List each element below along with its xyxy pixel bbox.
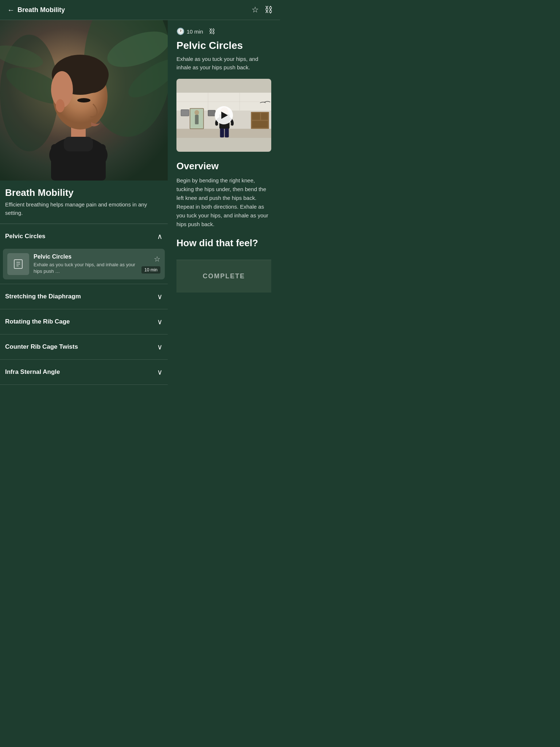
- accordion-section-pelvic-circles: Pelvic Circles ∧: [0, 224, 168, 284]
- accordion-section-title-4: Infra Sternal Angle: [5, 368, 60, 376]
- play-button[interactable]: [215, 106, 233, 124]
- svg-rect-29: [208, 110, 215, 116]
- duration-meta: 🕐 10 min: [176, 27, 203, 35]
- accordion-header-counter[interactable]: Counter Rib Cage Twists ∨: [0, 334, 168, 359]
- feel-title: How did that feel?: [176, 237, 271, 249]
- link-meta[interactable]: ⛓: [209, 28, 215, 35]
- duration-text: 10 min: [187, 28, 203, 35]
- chevron-down-icon-1: ∨: [157, 292, 163, 301]
- header-icons: ☆ ⛓: [252, 5, 273, 15]
- chevron-down-icon-4: ∨: [157, 368, 163, 376]
- complete-button[interactable]: COMPLETE: [185, 267, 262, 285]
- svg-point-12: [77, 98, 90, 102]
- accordion-section-title-3: Counter Rib Cage Twists: [5, 343, 78, 351]
- accordion-section-title-1: Stretching the Diaphragm: [5, 293, 81, 300]
- share-link-button[interactable]: ⛓: [265, 5, 273, 15]
- overview-text: Begin by bending the right knee, tucking…: [176, 176, 271, 229]
- exercise-star-button[interactable]: ☆: [154, 255, 160, 263]
- svg-point-10: [75, 64, 108, 93]
- bookmark-button[interactable]: ☆: [252, 5, 259, 15]
- accordion-header-infra[interactable]: Infra Sternal Angle ∨: [0, 360, 168, 384]
- duration-badge: 10 min: [141, 266, 160, 274]
- right-panel: 🕐 10 min ⛓ Pelvic Circles Exhale as you …: [168, 20, 280, 385]
- chevron-up-icon-0: ∧: [157, 232, 163, 241]
- svg-rect-33: [252, 121, 268, 128]
- header-title: Breath Mobility: [18, 6, 65, 14]
- exercise-desc: Exhale as you tuck your hips, and inhale…: [34, 262, 137, 275]
- svg-rect-37: [225, 128, 229, 138]
- exercise-card-pelvic-circles[interactable]: Pelvic Circles Exhale as you tuck your h…: [3, 249, 165, 279]
- clock-icon: 🕐: [176, 27, 184, 35]
- svg-rect-32: [261, 113, 268, 120]
- bookmark-icon: ☆: [252, 5, 259, 14]
- header-left: ← Breath Mobility: [7, 6, 65, 14]
- accordion: Pelvic Circles ∧: [0, 224, 168, 385]
- exercise-name: Pelvic Circles: [34, 253, 137, 260]
- play-icon: [221, 112, 228, 119]
- accordion-section-rotating: Rotating the Rib Cage ∨: [0, 309, 168, 334]
- accordion-header-stretching[interactable]: Stretching the Diaphragm ∨: [0, 284, 168, 309]
- back-icon: ←: [7, 6, 15, 14]
- chevron-down-icon-3: ∨: [157, 342, 163, 351]
- accordion-content-pelvic-circles: Pelvic Circles Exhale as you tuck your h…: [0, 249, 168, 284]
- exercise-book-icon: [7, 253, 29, 275]
- chevron-down-icon-2: ∨: [157, 317, 163, 326]
- chain-icon: ⛓: [209, 28, 215, 35]
- svg-point-13: [56, 99, 65, 112]
- accordion-header-pelvic-circles[interactable]: Pelvic Circles ∧: [0, 224, 168, 249]
- svg-rect-16: [64, 137, 93, 151]
- svg-rect-28: [181, 110, 189, 116]
- svg-point-39: [195, 110, 199, 115]
- hero-image: [0, 20, 168, 181]
- accordion-header-rotating[interactable]: Rotating the Rib Cage ∨: [0, 309, 168, 334]
- accordion-section-counter: Counter Rib Cage Twists ∨: [0, 334, 168, 360]
- meta-row: 🕐 10 min ⛓: [176, 27, 271, 35]
- overview-title: Overview: [176, 160, 271, 172]
- accordion-section-title-0: Pelvic Circles: [5, 233, 46, 240]
- accordion-section-title-2: Rotating the Rib Cage: [5, 318, 70, 325]
- svg-rect-31: [252, 113, 260, 120]
- complete-area: COMPLETE: [176, 260, 271, 293]
- program-description: Efficient breathing helps manage pain an…: [0, 201, 168, 224]
- link-icon: ⛓: [265, 5, 273, 14]
- exercise-info: Pelvic Circles Exhale as you tuck your h…: [34, 253, 137, 275]
- left-panel: Breath Mobility Efficient breathing help…: [0, 20, 168, 385]
- exercise-meta: ☆ 10 min: [141, 255, 160, 274]
- header: ← Breath Mobility ☆ ⛓: [0, 0, 280, 20]
- main-layout: Breath Mobility Efficient breathing help…: [0, 20, 280, 385]
- accordion-section-infra: Infra Sternal Angle ∨: [0, 360, 168, 385]
- exercise-main-title: Pelvic Circles: [176, 40, 271, 51]
- exercise-main-desc: Exhale as you tuck your hips, and inhale…: [176, 55, 271, 71]
- svg-rect-36: [220, 128, 224, 138]
- program-title: Breath Mobility: [0, 181, 168, 201]
- svg-rect-40: [195, 115, 199, 124]
- back-button[interactable]: ←: [7, 6, 15, 14]
- accordion-section-stretching: Stretching the Diaphragm ∨: [0, 284, 168, 309]
- video-thumbnail[interactable]: [176, 79, 271, 152]
